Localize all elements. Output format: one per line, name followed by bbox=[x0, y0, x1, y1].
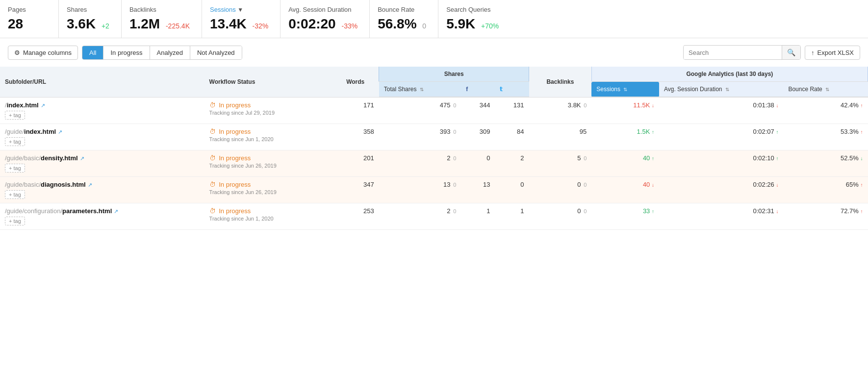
backlinks-cell: 3.8K 0 bbox=[529, 97, 592, 123]
add-tag-button[interactable]: + tag bbox=[5, 217, 25, 225]
total-shares-cell: 2 0 bbox=[379, 150, 461, 176]
tracking-since: Tracking since Jun 26, 2019 bbox=[209, 189, 328, 195]
arrow-icon: ↑ bbox=[861, 103, 863, 108]
stat-backlinks-value: 1.2M -225.4K bbox=[129, 16, 190, 32]
external-link-icon[interactable]: ↗ bbox=[114, 208, 118, 214]
arrow-icon: ↓ bbox=[861, 156, 863, 161]
add-tag-button[interactable]: + tag bbox=[5, 164, 25, 173]
arrow-icon: ↑ bbox=[861, 209, 863, 214]
arrow-icon: ↑ bbox=[652, 129, 654, 135]
stat-shares-value: 3.6K +2 bbox=[67, 16, 109, 32]
stat-avg-duration-label: Avg. Session Duration bbox=[288, 6, 357, 13]
status-link[interactable]: In progress bbox=[219, 207, 251, 215]
facebook-cell: 344 bbox=[461, 97, 495, 123]
url-prefix: /guide/ bbox=[5, 128, 24, 135]
add-tag-button[interactable]: + tag bbox=[5, 111, 25, 120]
stat-avg-duration-value: 0:02:20 -33% bbox=[288, 16, 357, 32]
stat-sessions-delta: -32% bbox=[252, 22, 268, 30]
export-icon: ↑ bbox=[811, 49, 815, 56]
export-button[interactable]: ↑ Export XLSX bbox=[805, 46, 860, 60]
sessions-cell: 40 ↑ bbox=[591, 150, 659, 176]
stat-shares-delta: +2 bbox=[102, 22, 109, 30]
stat-backlinks-label: Backlinks bbox=[129, 6, 190, 13]
stat-pages-value: 28 bbox=[8, 16, 47, 32]
url-prefix: /guide/basic/ bbox=[5, 154, 41, 162]
table-row: /guide/basic/diagnosis.html↗ + tag ⏱ In … bbox=[0, 176, 868, 203]
col-total-shares[interactable]: Total Shares ⇅ bbox=[379, 82, 461, 98]
col-facebook: f bbox=[461, 82, 495, 98]
stat-backlinks: Backlinks 1.2M -225.4K bbox=[122, 0, 202, 38]
twitter-cell: 84 bbox=[495, 123, 529, 150]
status-link[interactable]: In progress bbox=[219, 101, 251, 109]
external-link-icon[interactable]: ↗ bbox=[88, 182, 92, 188]
arrow-icon: ↑ bbox=[861, 129, 863, 135]
stat-shares: Shares 3.6K +2 bbox=[59, 0, 122, 38]
bounce-rate-cell: 72.7% ↑ bbox=[783, 203, 868, 229]
stat-avg-duration: Avg. Session Duration 0:02:20 -33% bbox=[281, 0, 370, 38]
total-shares-cell: 2 0 bbox=[379, 203, 461, 229]
arrow-icon: ↑ bbox=[652, 209, 654, 214]
avg-duration-cell: 0:02:10 ↑ bbox=[659, 150, 783, 176]
stat-backlinks-delta: -225.4K bbox=[166, 22, 190, 30]
filter-notanalyzed-button[interactable]: Not Analyzed bbox=[190, 46, 242, 59]
stat-search-queries: Search Queries 5.9K +70% bbox=[438, 0, 511, 38]
group-header-analytics: Google Analytics (last 30 days) bbox=[591, 67, 868, 82]
status-icon: ⏱ bbox=[209, 154, 216, 162]
status-icon: ⏱ bbox=[209, 101, 216, 109]
table-row: /guide/basic/density.html↗ + tag ⏱ In pr… bbox=[0, 150, 868, 176]
tracking-since: Tracking since Jun 1, 2020 bbox=[209, 136, 328, 142]
col-sessions[interactable]: Sessions ⇅ bbox=[591, 82, 659, 98]
main-table: Subfolder/URL Workflow Status Words Shar… bbox=[0, 67, 868, 230]
external-link-icon[interactable]: ↗ bbox=[58, 129, 62, 135]
status-cell: ⏱ In progress Tracking since Jun 1, 2020 bbox=[204, 203, 332, 229]
external-link-icon[interactable]: ↗ bbox=[80, 155, 84, 161]
words-cell: 358 bbox=[332, 123, 379, 150]
search-button[interactable]: 🔍 bbox=[782, 46, 800, 59]
filter-all-button[interactable]: All bbox=[82, 46, 103, 59]
twitter-cell: 2 bbox=[495, 150, 529, 176]
url-main: index.html bbox=[7, 101, 39, 109]
url-main: density.html bbox=[41, 154, 78, 162]
backlinks-cell: 0 0 bbox=[529, 176, 592, 203]
filter-analyzed-button[interactable]: Analyzed bbox=[150, 46, 190, 59]
filter-group: All In progress Analyzed Not Analyzed bbox=[82, 46, 242, 60]
sort-icon-total-shares: ⇅ bbox=[420, 87, 424, 92]
col-twitter: 𝕥 bbox=[495, 82, 529, 98]
stat-bounce-rate: Bounce Rate 56.8% 0 bbox=[370, 0, 438, 38]
facebook-cell: 309 bbox=[461, 123, 495, 150]
col-avg-duration[interactable]: Avg. Session Duration ⇅ bbox=[659, 82, 783, 98]
stat-sessions[interactable]: Sessions ▼ 13.4K -32% bbox=[202, 0, 281, 38]
status-link[interactable]: In progress bbox=[219, 181, 251, 188]
facebook-cell: 1 bbox=[461, 203, 495, 229]
sessions-dropdown-icon[interactable]: ▼ bbox=[237, 6, 243, 13]
add-tag-button[interactable]: + tag bbox=[5, 137, 25, 146]
stat-sessions-value: 13.4K -32% bbox=[210, 16, 268, 32]
status-link[interactable]: In progress bbox=[219, 128, 251, 135]
add-tag-button[interactable]: + tag bbox=[5, 190, 25, 199]
words-cell: 347 bbox=[332, 176, 379, 203]
stat-search-queries-delta: +70% bbox=[481, 22, 499, 30]
stat-bounce-rate-label: Bounce Rate bbox=[378, 6, 426, 13]
url-main: parameters.html bbox=[62, 207, 112, 215]
url-cell: /guide/basic/diagnosis.html↗ + tag bbox=[0, 176, 204, 203]
status-cell: ⏱ In progress Tracking since Jun 26, 201… bbox=[204, 176, 332, 203]
search-input[interactable] bbox=[684, 46, 782, 59]
stat-search-queries-label: Search Queries bbox=[446, 6, 499, 13]
avg-duration-cell: 0:02:07 ↑ bbox=[659, 123, 783, 150]
search-wrapper: 🔍 bbox=[683, 45, 801, 60]
table-row: /guide/configuration/parameters.html↗ + … bbox=[0, 203, 868, 229]
twitter-cell: 1 bbox=[495, 203, 529, 229]
arrow-icon: ↓ bbox=[776, 103, 778, 108]
toolbar: ⚙ Manage columns All In progress Analyze… bbox=[0, 38, 868, 67]
col-bounce-rate[interactable]: Bounce Rate ⇅ bbox=[783, 82, 868, 98]
arrow-icon: ↓ bbox=[652, 182, 654, 188]
status-link[interactable]: In progress bbox=[219, 154, 251, 162]
manage-columns-button[interactable]: ⚙ Manage columns bbox=[8, 46, 78, 60]
filter-inprogress-button[interactable]: In progress bbox=[103, 46, 150, 59]
bounce-rate-cell: 53.3% ↑ bbox=[783, 123, 868, 150]
col-header-backlinks: Backlinks bbox=[529, 67, 592, 97]
col-header-words: Words bbox=[332, 67, 379, 97]
external-link-icon[interactable]: ↗ bbox=[41, 102, 45, 108]
stat-pages: Pages 28 bbox=[0, 0, 59, 38]
url-main: index.html bbox=[24, 128, 56, 135]
